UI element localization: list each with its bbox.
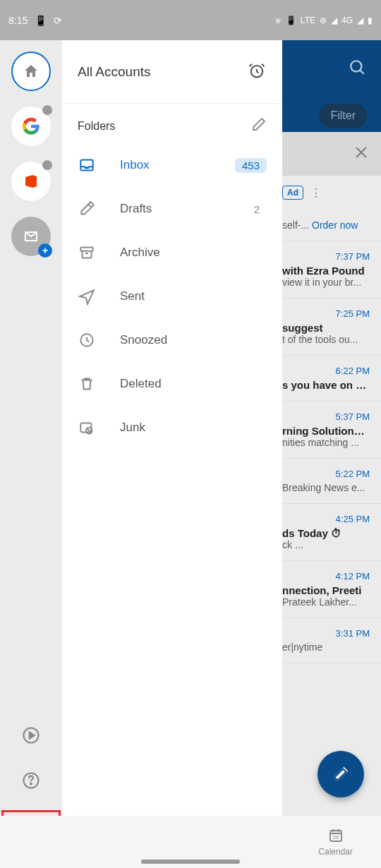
email-time: 5:22 PM bbox=[282, 469, 370, 479]
sent-icon bbox=[78, 287, 96, 306]
help-button[interactable] bbox=[16, 765, 47, 796]
email-preview: nities matching ... bbox=[282, 437, 370, 448]
svg-point-0 bbox=[351, 61, 361, 71]
svg-rect-9 bbox=[80, 159, 92, 170]
status-dot bbox=[42, 105, 52, 115]
signal-icon: ◢ bbox=[331, 16, 337, 25]
play-button[interactable] bbox=[16, 720, 47, 751]
phone-icon: 📱 bbox=[35, 15, 47, 26]
search-icon[interactable] bbox=[349, 59, 367, 80]
signal-icon-2: ◢ bbox=[357, 16, 363, 25]
email-time: 5:37 PM bbox=[282, 411, 370, 422]
folder-archive[interactable]: Archive bbox=[62, 231, 282, 275]
email-subject: rning Solutions ... bbox=[282, 425, 370, 437]
plus-icon: + bbox=[38, 243, 52, 258]
filter-button[interactable]: Filter bbox=[319, 104, 367, 128]
account-google-button[interactable] bbox=[11, 107, 51, 146]
calendar-icon: 29 bbox=[327, 827, 344, 844]
folder-snoozed[interactable]: Snoozed bbox=[62, 318, 282, 362]
add-account-button[interactable]: + bbox=[11, 217, 51, 256]
email-time: 4:25 PM bbox=[282, 514, 370, 524]
hotspot-icon: ⊚ bbox=[320, 16, 327, 25]
inbox-icon bbox=[78, 156, 96, 174]
email-preview: Breaking News e... bbox=[282, 482, 370, 493]
ad-badge: Ad bbox=[282, 186, 303, 200]
folders-header: Folders bbox=[62, 104, 282, 143]
folder-label: Inbox bbox=[120, 158, 211, 172]
email-preview: Prateek Lakher... bbox=[282, 596, 370, 608]
email-subject: s you have on T... bbox=[282, 379, 370, 391]
account-office-button[interactable] bbox=[11, 162, 51, 201]
email-time: 6:22 PM bbox=[282, 366, 370, 376]
folder-label: Drafts bbox=[120, 202, 223, 216]
folder-label: Snoozed bbox=[120, 333, 267, 347]
svg-line-1 bbox=[360, 70, 363, 73]
snoozed-icon bbox=[78, 331, 96, 349]
email-subject: suggest bbox=[282, 322, 370, 334]
drafts-icon bbox=[78, 200, 96, 218]
battery-icon: ▮ bbox=[368, 16, 373, 25]
svg-rect-10 bbox=[80, 247, 92, 251]
order-link[interactable]: Order now bbox=[312, 219, 358, 231]
edit-icon[interactable] bbox=[250, 116, 267, 136]
drawer-rail: + bbox=[0, 40, 62, 868]
home-indicator[interactable] bbox=[141, 860, 240, 864]
vibrate-icon: 📳 bbox=[286, 16, 296, 25]
email-time: 7:25 PM bbox=[282, 308, 370, 319]
email-preview: er|nytime bbox=[282, 641, 370, 653]
svg-point-6 bbox=[30, 783, 32, 785]
email-time: 4:12 PM bbox=[282, 571, 370, 581]
nav-calendar[interactable]: 29 Calendar bbox=[318, 827, 353, 857]
email-time: 7:37 PM bbox=[282, 251, 370, 262]
status-dot bbox=[42, 160, 52, 170]
svg-text:29: 29 bbox=[333, 835, 339, 840]
trash-icon bbox=[78, 375, 96, 393]
folder-drafts[interactable]: Drafts 2 bbox=[62, 187, 282, 231]
email-subject: with Ezra Pound bbox=[282, 265, 370, 277]
folder-sent[interactable]: Sent bbox=[62, 275, 282, 318]
folder-inbox[interactable]: Inbox 453 bbox=[62, 143, 282, 187]
more-icon[interactable]: ⋮ bbox=[310, 186, 322, 200]
bluetooth-icon: ⚹ bbox=[274, 16, 282, 25]
folder-deleted[interactable]: Deleted bbox=[62, 362, 282, 406]
email-subject: nnection, Preeti bbox=[282, 584, 370, 596]
network-label: 4G bbox=[341, 16, 353, 25]
folder-label: Junk bbox=[120, 421, 267, 435]
email-time: 3:31 PM bbox=[282, 628, 370, 639]
compose-fab[interactable] bbox=[318, 751, 364, 797]
folder-count: 2 bbox=[247, 202, 267, 217]
junk-icon bbox=[78, 418, 96, 437]
folder-label: Archive bbox=[120, 246, 267, 260]
drawer-title: All Accounts bbox=[78, 64, 151, 80]
drawer-header: All Accounts bbox=[62, 40, 282, 104]
email-subject: self-... bbox=[282, 219, 309, 231]
status-bar: 8:15 📱 ⟳ ⚹ 📳 LTE ⊚ ◢ 4G ◢ ▮ bbox=[0, 0, 381, 40]
nav-label: Calendar bbox=[318, 847, 353, 857]
clock: 8:15 bbox=[8, 15, 28, 26]
email-preview: ck ... bbox=[282, 539, 370, 550]
folder-label: Deleted bbox=[120, 377, 267, 391]
folder-junk[interactable]: Junk bbox=[62, 406, 282, 450]
snooze-icon[interactable] bbox=[247, 61, 267, 83]
email-preview: view it in your br... bbox=[282, 277, 370, 288]
email-subject: ds Today ⏱ bbox=[282, 527, 370, 539]
email-preview: t of the tools ou... bbox=[282, 334, 370, 345]
lte-icon: LTE bbox=[301, 16, 315, 25]
folder-label: Sent bbox=[120, 289, 267, 303]
archive-icon bbox=[78, 243, 96, 262]
close-icon[interactable] bbox=[353, 144, 370, 164]
folders-label: Folders bbox=[78, 120, 115, 133]
folder-count: 453 bbox=[235, 158, 267, 173]
account-home-button[interactable] bbox=[11, 52, 51, 91]
sync-icon: ⟳ bbox=[54, 15, 62, 26]
drawer-panel: All Accounts Folders Inbox 453 Drafts 2 … bbox=[62, 40, 282, 868]
